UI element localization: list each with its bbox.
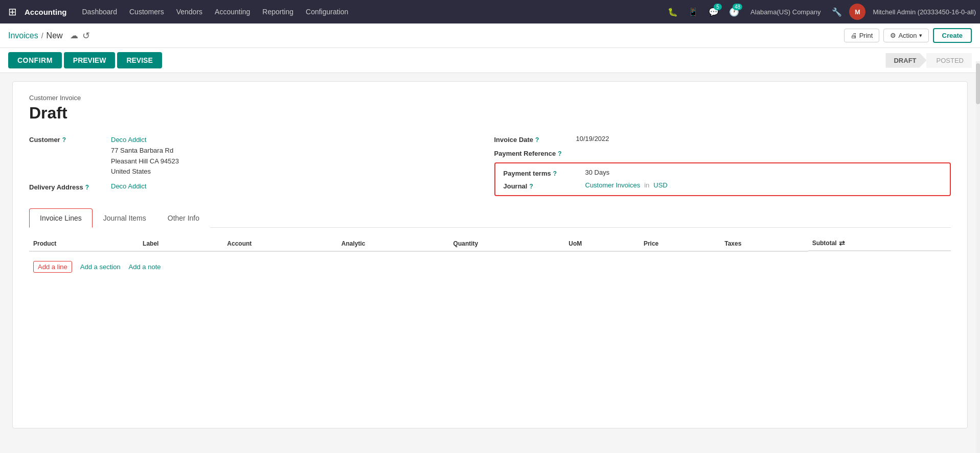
chat-icon[interactable]: 💬 5 <box>705 4 722 20</box>
printer-icon: 🖨 <box>851 32 857 39</box>
create-button[interactable]: Create <box>933 28 972 43</box>
col-analytic: Analytic <box>337 236 449 251</box>
clock-badge: 48 <box>733 4 742 10</box>
settings-gear-icon: ⚙ <box>890 32 896 39</box>
payment-terms-label: Payment terms ? <box>504 169 585 177</box>
add-line-button[interactable]: Add a line <box>33 261 72 273</box>
delivery-address-row: Delivery Address ? Deco Addict <box>29 182 486 191</box>
add-section-button[interactable]: Add a section <box>80 263 121 271</box>
status-draft: DRAFT <box>885 53 926 68</box>
form-grid: Customer ? Deco Addict 77 Santa Barbara … <box>29 135 951 196</box>
app-title: Accounting <box>25 8 67 16</box>
breadcrumb-parent[interactable]: Invoices <box>8 31 38 40</box>
form-left: Customer ? Deco Addict 77 Santa Barbara … <box>29 135 486 196</box>
form-right: Invoice Date ? 10/19/2022 Payment Refere… <box>494 135 951 196</box>
print-button[interactable]: 🖨 Print <box>844 29 880 42</box>
invoice-table: Product Label Account Analytic Quantity … <box>29 236 951 252</box>
invoice-type-label: Customer Invoice <box>29 94 951 102</box>
payment-terms-row: Payment terms ? 30 Days <box>504 169 942 177</box>
scrollbar[interactable] <box>976 61 980 452</box>
payment-terms-value[interactable]: 30 Days <box>585 169 942 176</box>
breadcrumb: Invoices / New ☁ ↺ <box>8 30 90 41</box>
confirm-button[interactable]: CONFIRM <box>8 52 62 68</box>
refresh-icon[interactable]: ↺ <box>82 30 90 41</box>
user-name[interactable]: Mitchell Admin (20333450-16-0-all) <box>873 8 976 16</box>
preview-button[interactable]: PREVIEW <box>64 52 116 68</box>
revise-button[interactable]: REVISE <box>117 52 162 68</box>
settings-icon[interactable]: 🔧 <box>829 4 845 20</box>
col-quantity: Quantity <box>449 236 565 251</box>
customer-help-icon[interactable]: ? <box>62 136 66 144</box>
action-buttons: CONFIRM PREVIEW REVISE <box>8 52 162 68</box>
status-posted: POSTED <box>926 53 972 68</box>
nav-vendors[interactable]: Vendors <box>171 6 208 18</box>
journal-value[interactable]: Customer Invoices in USD <box>585 181 942 189</box>
payment-terms-help-icon[interactable]: ? <box>553 170 557 177</box>
breadcrumb-actions: 🖨 Print ⚙ Action ▾ Create <box>844 28 972 43</box>
status-pills: DRAFT POSTED <box>885 53 972 68</box>
save-cloud-icon[interactable]: ☁ <box>70 30 78 41</box>
debug-icon[interactable]: 🐛 <box>665 4 681 20</box>
company-label: Alabama(US) Company <box>750 8 821 16</box>
delivery-address-value[interactable]: Deco Addict <box>111 182 486 190</box>
breadcrumb-current: New <box>47 31 63 40</box>
action-caret-icon: ▾ <box>919 32 922 39</box>
payment-journal-box: Payment terms ? 30 Days Journal ? Custom… <box>494 162 951 196</box>
customer-value[interactable]: Deco Addict 77 Santa Barbara Rd Pleasant… <box>111 135 486 177</box>
scroll-thumb[interactable] <box>976 63 980 104</box>
col-price: Price <box>640 236 720 251</box>
customer-row: Customer ? Deco Addict 77 Santa Barbara … <box>29 135 486 177</box>
nav-configuration[interactable]: Configuration <box>301 6 353 18</box>
invoice-card: Customer Invoice Draft Customer ? Deco A… <box>12 81 968 428</box>
nav-customers[interactable]: Customers <box>124 6 169 18</box>
add-note-button[interactable]: Add a note <box>129 263 161 271</box>
col-account: Account <box>223 236 337 251</box>
journal-help-icon[interactable]: ? <box>529 183 533 190</box>
delivery-address-label: Delivery Address ? <box>29 182 111 191</box>
sort-icon[interactable]: ⇄ <box>839 239 845 247</box>
breadcrumb-bar: Invoices / New ☁ ↺ 🖨 Print ⚙ Action ▾ Cr… <box>0 23 980 48</box>
journal-row: Journal ? Customer Invoices in USD <box>504 181 942 190</box>
add-actions: Add a line Add a section Add a note <box>29 258 951 276</box>
tab-journal-items[interactable]: Journal Items <box>93 208 157 228</box>
action-bar: CONFIRM PREVIEW REVISE DRAFT POSTED <box>0 48 980 73</box>
invoice-date-value[interactable]: 10/19/2022 <box>576 135 951 142</box>
journal-label: Journal ? <box>504 181 585 190</box>
payment-ref-row: Payment Reference ? <box>494 149 951 157</box>
action-button[interactable]: ⚙ Action ▾ <box>883 29 928 42</box>
delivery-help-icon[interactable]: ? <box>85 184 89 191</box>
mobile-icon[interactable]: 📱 <box>685 4 701 20</box>
payment-ref-label: Payment Reference ? <box>494 149 576 157</box>
app-grid-icon[interactable]: ⊞ <box>4 4 20 20</box>
nav-icons: 🐛 📱 💬 5 🕐 48 Alabama(US) Company 🔧 M Mit… <box>665 4 976 20</box>
invoice-date-row: Invoice Date ? 10/19/2022 <box>494 135 951 144</box>
customer-label: Customer ? <box>29 135 111 144</box>
tab-invoice-lines[interactable]: Invoice Lines <box>29 208 93 228</box>
tabs-bar: Invoice Lines Journal Items Other Info <box>29 208 951 228</box>
col-subtotal: Subtotal ⇄ <box>808 236 951 251</box>
nav-reporting[interactable]: Reporting <box>257 6 299 18</box>
col-taxes: Taxes <box>720 236 808 251</box>
tab-other-info[interactable]: Other Info <box>157 208 210 228</box>
clock-icon[interactable]: 🕐 48 <box>726 4 742 20</box>
invoice-date-label: Invoice Date ? <box>494 135 576 144</box>
chat-badge: 5 <box>714 4 722 10</box>
nav-dashboard[interactable]: Dashboard <box>77 6 123 18</box>
invoice-date-help-icon[interactable]: ? <box>535 136 539 144</box>
breadcrumb-icons: ☁ ↺ <box>70 30 90 41</box>
col-label: Label <box>139 236 223 251</box>
breadcrumb-separator: / <box>41 32 43 40</box>
main-content: Customer Invoice Draft Customer ? Deco A… <box>0 73 980 452</box>
nav-accounting[interactable]: Accounting <box>210 6 255 18</box>
col-uom: UoM <box>564 236 640 251</box>
top-navigation: ⊞ Accounting Dashboard Customers Vendors… <box>0 0 980 23</box>
user-avatar[interactable]: M <box>849 4 865 20</box>
invoice-status-title: Draft <box>29 104 951 123</box>
payment-ref-help-icon[interactable]: ? <box>558 150 561 157</box>
col-product: Product <box>29 236 139 251</box>
